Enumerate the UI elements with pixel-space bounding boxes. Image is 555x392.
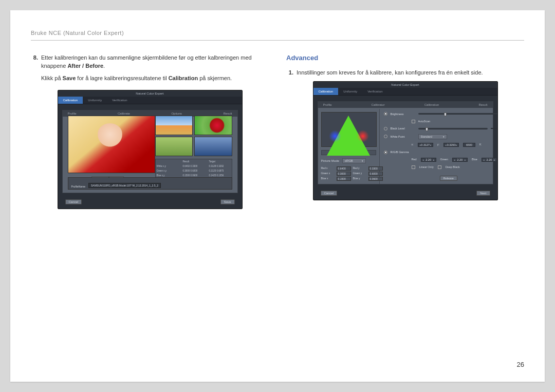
footer-buttons: Cancel Save [62, 197, 238, 207]
checkbox-icon[interactable] [412, 120, 415, 123]
app-title: Natural Color Expert [313, 82, 497, 88]
wp-y-stepper[interactable]: ◂0.3290▸ [443, 143, 459, 147]
black-level-row: Black Level cd/m² [384, 127, 498, 130]
chevron-down-icon: ▾ [362, 159, 363, 162]
radio-icon[interactable] [384, 151, 387, 154]
release-button[interactable]: Release [440, 176, 457, 181]
sub-tabs: Profile Calibrator Calibration Result [318, 102, 493, 108]
advanced-heading: Advanced [286, 54, 524, 62]
item-text: Etter kalibreringen kan du sammenligne s… [41, 54, 269, 70]
checkbox-icon[interactable] [438, 165, 441, 169]
profile-label: ProfileName [71, 185, 86, 188]
section-header: Bruke NCE (Natural Color Expert) [31, 30, 524, 40]
gamut-column: Color Gamut Picture Mode sRGB▾ Red x0.64… [318, 109, 380, 184]
item-text: Innstillinger som kreves for å kalibrere… [297, 69, 483, 77]
subtab[interactable]: Result [478, 103, 487, 106]
chevron-down-icon: ▾ [443, 135, 445, 138]
cancel-button[interactable]: Cancel [65, 199, 82, 204]
wp-kelvin[interactable]: 6500 [463, 143, 475, 147]
profile-name-row: ProfileName SAMSUNG18FD_sRGB.Model.107°W… [68, 177, 232, 190]
footer-buttons: Cancel Next [318, 189, 493, 198]
result-panel: Profile Calibrate Options Result Before [62, 110, 238, 193]
subtab[interactable]: Profile [323, 103, 332, 106]
tab-uniformity[interactable]: Uniformity [83, 97, 107, 104]
gamma-options: Linear Only Deep Black [412, 165, 498, 169]
main-tabs: Calibration Uniformity Verification [58, 97, 242, 104]
list-item-1: 1. Innstillinger som kreves for å kalibr… [286, 69, 524, 77]
white-point-xy: x: ◂0.3127▸ y: ◂0.3290▸ 6500K [412, 143, 498, 147]
item-number: 1. [286, 69, 293, 77]
comparison-thumbnails [155, 116, 232, 156]
picture-mode-row: Picture Mode sRGB▾ [321, 158, 376, 163]
brightness-row: Brightness 80 [384, 112, 498, 116]
profile-field[interactable]: SAMSUNG18FD_sRGB.Model.107°W_2.12.2014_1… [88, 183, 161, 188]
controls-column: Brightness 80 AutoScan Black Level [380, 109, 498, 184]
subtab[interactable]: Profile [68, 112, 77, 115]
radio-icon[interactable] [384, 135, 387, 138]
cie-gamut-diagram [321, 112, 377, 147]
right-column: Advanced 1. Innstillinger som kreves for… [286, 54, 524, 209]
checkbox-icon[interactable] [412, 165, 415, 169]
rgb-gamma-values: Red ◂2.20▸ Green ◂2.20▸ Blue ◂2.20▸ sRGB [412, 158, 498, 162]
item-number: 8. [31, 54, 38, 70]
manual-page: Bruke NCE (Natural Color Expert) 8. Ette… [10, 10, 545, 382]
tab-verification[interactable]: Verification [362, 88, 387, 95]
subtab[interactable]: Options [171, 112, 182, 115]
advanced-panel: Profile Calibrator Calibration Result Co… [318, 101, 493, 184]
picture-mode-dropdown[interactable]: sRGB▾ [342, 158, 366, 163]
subtab[interactable]: Result [223, 112, 232, 115]
radio-icon[interactable] [384, 112, 387, 116]
gamma-r-stepper[interactable]: ◂2.20▸ [421, 158, 436, 162]
black-level-value[interactable] [491, 128, 497, 129]
comparison-photo-main [68, 116, 155, 173]
list-item-8: 8. Etter kalibreringen kan du sammenlign… [31, 54, 269, 70]
calibration-result-screenshot: Natural Color Expert Calibration Uniform… [58, 90, 243, 209]
white-point-row: White Point Standard▾ [384, 134, 498, 139]
radio-icon[interactable] [384, 127, 387, 130]
main-tabs: Calibration Uniformity Verification [313, 88, 497, 96]
advanced-settings-screenshot: Natural Color Expert Calibration Uniform… [313, 81, 498, 200]
thumb[interactable] [155, 137, 193, 156]
page-number: 26 [517, 361, 524, 368]
save-button[interactable]: Save [220, 199, 235, 204]
two-column-layout: 8. Etter kalibreringen kan du sammenlign… [31, 54, 524, 209]
thumb[interactable] [155, 116, 193, 135]
autoscan-row: AutoScan [412, 120, 498, 123]
next-button[interactable]: Next [476, 191, 490, 196]
tab-calibration[interactable]: Calibration [58, 97, 83, 104]
black-level-slider[interactable] [418, 128, 488, 129]
primary-matrix: Red x0.6400Red y0.3300 Green x0.3000Gree… [321, 166, 376, 181]
white-point-dropdown[interactable]: Standard▾ [418, 134, 447, 139]
subtab[interactable]: Calibration [424, 103, 439, 106]
cancel-button[interactable]: Cancel [321, 191, 338, 196]
header-rule [31, 40, 524, 41]
thumb[interactable] [194, 116, 232, 135]
gamma-b-stepper[interactable]: ◂2.20▸ [482, 158, 497, 162]
wp-x-stepper[interactable]: ◂0.3127▸ [418, 143, 433, 147]
tab-calibration[interactable]: Calibration [313, 88, 339, 95]
tab-uniformity[interactable]: Uniformity [338, 88, 362, 95]
brightness-slider[interactable] [418, 113, 498, 115]
rgb-gamma-row: R/G/B Gamma [384, 151, 498, 154]
left-column: 8. Etter kalibreringen kan du sammenlign… [31, 54, 269, 209]
save-instruction: Klikk på Save for å lagre kalibreringsre… [41, 74, 269, 83]
subtab[interactable]: Calibrator [372, 103, 385, 106]
tab-verification[interactable]: Verification [107, 97, 132, 104]
thumb[interactable] [194, 137, 232, 156]
subtab[interactable]: Calibrate [118, 112, 130, 115]
app-title: Natural Color Expert [58, 90, 242, 97]
gamma-g-stepper[interactable]: ◂2.20▸ [452, 158, 468, 162]
